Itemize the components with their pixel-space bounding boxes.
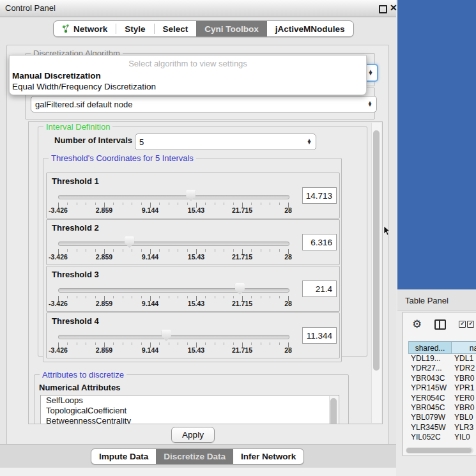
minor-tick: [270, 342, 270, 345]
tick-label: 2.859: [96, 206, 112, 214]
tab-cyni-toolbox[interactable]: Cyni Toolbox: [196, 21, 267, 36]
node-table[interactable]: shared...naYDL19...YDL1YDR27...YDR2YBR04…: [408, 341, 476, 443]
cell-name: YBR0: [452, 403, 476, 413]
column-header-shared-name[interactable]: shared...: [408, 341, 452, 354]
table-row[interactable]: YER054CYER0: [408, 394, 476, 403]
threshold-value-field[interactable]: 14.713: [302, 187, 337, 204]
minor-tick: [113, 203, 114, 205]
minor-tick: [159, 296, 160, 298]
threshold-label: Threshold 4: [52, 316, 99, 326]
minor-tick: [178, 296, 178, 298]
attributes-group-title: Attributes to discretize: [40, 370, 127, 380]
checkbox-checked-icon[interactable]: ✓: [459, 321, 466, 328]
cell-name: YBR0: [452, 374, 476, 383]
minor-tick: [251, 203, 252, 205]
minor-tick: [187, 342, 188, 345]
tab-label: Cyni Toolbox: [204, 24, 259, 34]
interval-definition-title: Interval Definition: [43, 122, 112, 132]
table-hscrollbar[interactable]: [406, 447, 473, 454]
minor-tick: [215, 296, 215, 298]
attributes-scrollbar[interactable]: [329, 396, 338, 424]
table-row[interactable]: YBL079WYBL0: [408, 413, 476, 422]
minor-tick: [205, 342, 206, 345]
tab-infer-network[interactable]: Infer Network: [233, 449, 303, 464]
minor-tick: [187, 296, 188, 298]
attribute-list-item[interactable]: TopologicalCoefficient: [41, 406, 339, 416]
threshold-box-1: Threshold 114.713-3.4262.8599.14415.4321…: [46, 173, 340, 219]
tick-label: 28: [284, 206, 292, 214]
minor-tick: [215, 342, 215, 345]
slider-thumb[interactable]: [186, 190, 196, 201]
numerical-attributes-list[interactable]: SelfLoopsTopologicalCoefficientBetweenne…: [40, 395, 339, 424]
minor-tick: [261, 203, 261, 205]
tab-label: Style: [125, 24, 145, 34]
slider-track[interactable]: [58, 242, 289, 246]
number-of-intervals-combobox[interactable]: 5 ▲▼: [135, 134, 316, 150]
minor-tick: [86, 203, 86, 205]
cell-shared-name: YPR145W: [408, 383, 452, 393]
minor-tick: [95, 296, 96, 298]
minor-tick: [224, 249, 224, 252]
minor-tick: [113, 342, 114, 345]
algorithm-option-manual[interactable]: Manual Discretization: [10, 70, 366, 81]
tick-label: 2.859: [96, 300, 112, 307]
table-row[interactable]: YPR145WYPR1: [408, 383, 476, 393]
minor-tick: [187, 203, 188, 205]
minor-tick: [233, 203, 234, 205]
tab-jactivemnodules[interactable]: jActiveMNodules: [267, 21, 353, 36]
tab-style[interactable]: Style: [116, 21, 153, 36]
settings-scrollbar[interactable]: [371, 123, 381, 423]
tab-label: Network: [73, 24, 107, 34]
slider-thumb[interactable]: [125, 236, 134, 248]
tab-network[interactable]: Network: [54, 21, 116, 36]
minor-tick: [233, 342, 234, 345]
threshold-value-field[interactable]: 21.4: [302, 280, 337, 297]
float-window-icon[interactable]: [379, 5, 387, 13]
slider-track[interactable]: [58, 335, 289, 339]
minor-tick: [279, 203, 280, 205]
close-icon[interactable]: ✕: [390, 3, 397, 13]
combo-arrows-icon: ▲▼: [367, 102, 372, 107]
apply-button[interactable]: Apply: [171, 427, 215, 443]
minor-tick: [123, 249, 123, 252]
attribute-list-item[interactable]: SelfLoops: [41, 395, 339, 406]
table-data-combobox[interactable]: galFiltered.sif default node ▲▼: [31, 96, 377, 112]
minor-tick: [279, 342, 280, 345]
attribute-list-item[interactable]: BetweennessCentrality: [41, 416, 339, 424]
split-columns-icon[interactable]: [434, 319, 446, 330]
slider-track[interactable]: [58, 195, 289, 199]
table-row[interactable]: YDR27...YDR2: [408, 364, 476, 373]
cell-name: YPR1: [452, 383, 476, 393]
tab-discretize-data[interactable]: Discretize Data: [156, 449, 233, 464]
tick-label: 2.859: [96, 253, 112, 261]
gear-icon[interactable]: ⚙: [412, 318, 422, 331]
tab-select[interactable]: Select: [155, 21, 197, 36]
tick-label: 9.144: [142, 300, 158, 307]
minor-tick: [86, 296, 86, 298]
minor-tick: [169, 296, 169, 298]
table-row[interactable]: YBR043CYBR0: [408, 374, 476, 383]
table-row[interactable]: YDL19...YDL1: [408, 354, 476, 364]
table-row[interactable]: YBR045CYBR0: [408, 403, 476, 413]
network-icon: [62, 24, 70, 33]
minor-tick: [159, 342, 160, 345]
table-row[interactable]: YIL052CYIL0: [408, 433, 476, 442]
cell-name: YLR3: [452, 423, 476, 433]
table-panel-title: Table Panel: [405, 296, 449, 305]
table-row[interactable]: YLR345WYLR3: [408, 423, 476, 433]
tab-impute-data[interactable]: Impute Data: [91, 449, 156, 464]
algorithm-option-equal-width[interactable]: Equal Width/Frequency Discretization: [10, 81, 366, 92]
thresholds-group-title: Threshold's Coordinates for 5 Intervals: [49, 153, 196, 163]
slider-thumb[interactable]: [235, 283, 245, 295]
cell-shared-name: YDL19...: [408, 354, 452, 364]
column-header-name[interactable]: na: [452, 341, 476, 354]
slider-thumb[interactable]: [162, 330, 171, 341]
table-panel-toolbar: ⚙ ✓ ✓: [412, 318, 474, 331]
combo-arrows-icon: ▲▼: [307, 139, 312, 144]
thresholds-group: Threshold's Coordinates for 5 Intervals …: [43, 158, 342, 362]
threshold-value-field[interactable]: 11.344: [302, 327, 337, 344]
checkbox-checked-icon[interactable]: ✓: [467, 321, 474, 328]
minor-tick: [224, 342, 224, 345]
slider-track[interactable]: [58, 288, 289, 293]
threshold-value-field[interactable]: 6.316: [302, 234, 337, 250]
